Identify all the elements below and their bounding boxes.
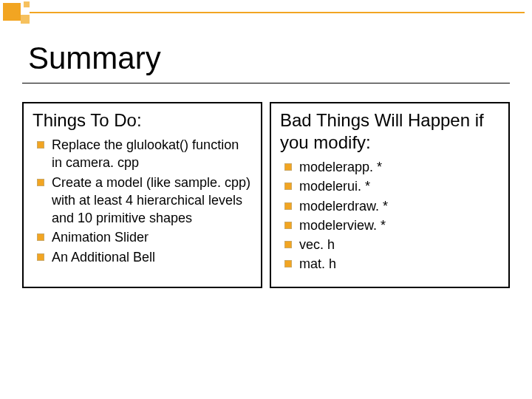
right-column: Bad Things Will Happen if you modify: mo… (270, 102, 510, 288)
bullet-icon (37, 141, 44, 149)
decor-square-small-1 (21, 15, 30, 24)
decor-square-small-2 (24, 1, 30, 7)
title-underline (22, 83, 510, 83)
bullet-icon (37, 179, 44, 186)
right-list: modelerapp. * modelerui. * modelerdraw. … (280, 158, 499, 273)
header-decoration (0, 0, 532, 26)
slide-title: Summary (28, 41, 161, 76)
list-item: modelerview. * (284, 216, 499, 234)
list-item-text: An Additional Bell (52, 248, 252, 266)
left-list: Replace the glulookat() function in came… (33, 136, 252, 266)
list-item: Animation Slider (37, 228, 252, 246)
list-item: vec. h (284, 236, 499, 253)
left-column: Things To Do: Replace the glulookat() fu… (22, 102, 262, 288)
bullet-icon (284, 260, 292, 267)
list-item-text: mat. h (299, 255, 499, 273)
list-item-text: Create a model (like sample. cpp) with a… (52, 174, 252, 228)
list-item: modelerapp. * (284, 158, 499, 176)
list-item: modelerui. * (284, 177, 499, 195)
list-item-text: modelerapp. * (299, 158, 499, 176)
list-item: mat. h (284, 255, 499, 273)
content-columns: Things To Do: Replace the glulookat() fu… (22, 102, 510, 288)
decor-top-line (30, 12, 525, 13)
list-item: Replace the glulookat() function in came… (37, 136, 252, 172)
left-heading: Things To Do: (33, 109, 252, 132)
list-item-text: Replace the glulookat() function in came… (52, 136, 252, 172)
decor-square-big (3, 3, 21, 21)
bullet-icon (284, 183, 292, 190)
list-item-text: modelerview. * (299, 216, 499, 234)
list-item-text: vec. h (299, 236, 499, 253)
bullet-icon (284, 241, 292, 248)
right-heading: Bad Things Will Happen if you modify: (280, 109, 499, 154)
list-item: Create a model (like sample. cpp) with a… (37, 174, 252, 228)
bullet-icon (284, 202, 292, 210)
bullet-icon (284, 222, 292, 229)
list-item-text: modelerdraw. * (299, 197, 499, 215)
list-item-text: modelerui. * (299, 177, 499, 195)
list-item-text: Animation Slider (52, 228, 252, 246)
list-item: modelerdraw. * (284, 197, 499, 215)
list-item: An Additional Bell (37, 248, 252, 266)
bullet-icon (37, 253, 44, 261)
bullet-icon (284, 163, 292, 171)
bullet-icon (37, 233, 44, 241)
